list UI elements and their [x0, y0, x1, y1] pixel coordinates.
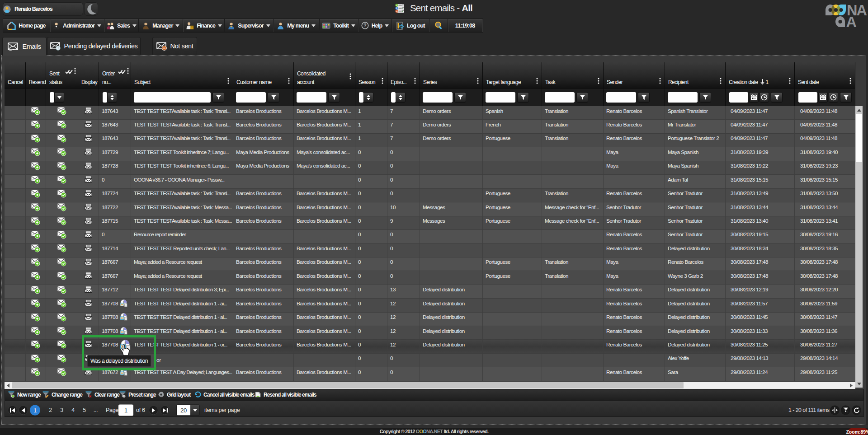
- svg-text:A: A: [846, 14, 857, 28]
- svg-text:?: ?: [363, 23, 366, 28]
